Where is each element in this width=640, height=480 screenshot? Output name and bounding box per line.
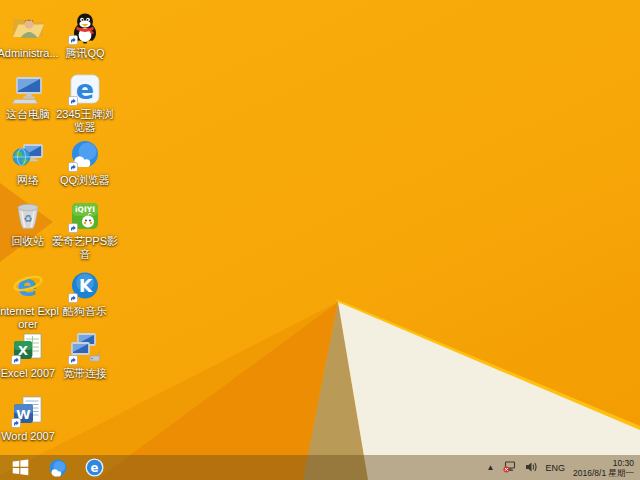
- qq-browser-icon: [47, 457, 69, 479]
- desktop-icon-iqiyi-pps[interactable]: iQIYI爱奇艺PPS影音: [52, 199, 118, 261]
- svg-text:e: e: [90, 461, 98, 475]
- shortcut-arrow-icon: [12, 356, 21, 365]
- taskbar-app-qq-browser[interactable]: [40, 455, 76, 480]
- clock-date: 2016/8/1 星期一: [573, 468, 634, 478]
- shortcut-arrow-icon: [69, 97, 78, 106]
- desktop-icon-label: 腾讯QQ: [52, 47, 118, 60]
- volume-tray-icon[interactable]: [525, 459, 538, 477]
- iqiyi-pps-icon: iQIYI: [68, 199, 102, 233]
- taskbar-clock[interactable]: 10:30 2016/8/1 星期一: [573, 458, 634, 478]
- shortcut-arrow-icon: [12, 419, 21, 428]
- shortcut-arrow-icon: [69, 163, 78, 172]
- desktop-icon-label: 爱奇艺PPS影音: [52, 235, 118, 261]
- internet-explorer-icon: e: [11, 269, 45, 303]
- desktop-icon-broadband-connection[interactable]: 宽带连接: [52, 331, 118, 380]
- desktop[interactable]: Administra...腾讯QQ这台电脑e2345王牌浏览器网络QQ浏览器♻回…: [0, 0, 640, 480]
- desktop-icon-label: 宽带连接: [52, 367, 118, 380]
- windows-logo-icon: [12, 459, 29, 476]
- kugou-music-icon: K: [68, 269, 102, 303]
- shortcut-arrow-icon: [69, 224, 78, 233]
- desktop-icon-browser-2345[interactable]: e2345王牌浏览器: [52, 72, 118, 134]
- shortcut-arrow-icon: [69, 36, 78, 45]
- desktop-icon-tencent-qq[interactable]: 腾讯QQ: [52, 11, 118, 60]
- system-tray: ▲ ENG 10:30 2016/8/1 星期一: [487, 455, 640, 480]
- start-button[interactable]: [0, 455, 40, 480]
- desktop-icon-label: 酷狗音乐: [52, 305, 118, 318]
- tencent-qq-icon: [68, 11, 102, 45]
- svg-text:♻: ♻: [24, 213, 33, 224]
- svg-text:iQIYI: iQIYI: [75, 205, 95, 214]
- svg-text:K: K: [79, 276, 93, 296]
- qq-browser-icon: [68, 138, 102, 172]
- network-icon: [11, 138, 45, 172]
- clock-time: 10:30: [613, 458, 634, 468]
- network-tray-icon[interactable]: [503, 459, 517, 477]
- desktop-icon-kugou-music[interactable]: K酷狗音乐: [52, 269, 118, 318]
- recycle-bin-icon: ♻: [11, 199, 45, 233]
- desktop-icon-label: QQ浏览器: [52, 174, 118, 187]
- excel-2007-icon: X: [11, 331, 45, 365]
- word-2007-icon: W: [11, 394, 45, 428]
- desktop-icon-label: Word 2007: [0, 430, 61, 443]
- desktop-icon-label: 2345王牌浏览器: [52, 108, 118, 134]
- broadband-connection-icon: [68, 331, 102, 365]
- administrator-folder-icon: [11, 11, 45, 45]
- 2345-browser-icon: e: [84, 457, 105, 478]
- shortcut-arrow-icon: [69, 356, 78, 365]
- svg-text:e: e: [76, 74, 94, 105]
- taskbar: e ▲ ENG: [0, 455, 640, 480]
- this-pc-icon: [11, 72, 45, 106]
- browser-2345-icon: e: [68, 72, 102, 106]
- show-hidden-icons-button[interactable]: ▲: [487, 455, 495, 480]
- taskbar-app-2345-browser[interactable]: e: [76, 455, 112, 480]
- language-indicator[interactable]: ENG: [546, 463, 566, 473]
- desktop-icon-word-2007[interactable]: WWord 2007: [0, 394, 61, 443]
- desktop-icon-qq-browser[interactable]: QQ浏览器: [52, 138, 118, 187]
- shortcut-arrow-icon: [69, 294, 78, 303]
